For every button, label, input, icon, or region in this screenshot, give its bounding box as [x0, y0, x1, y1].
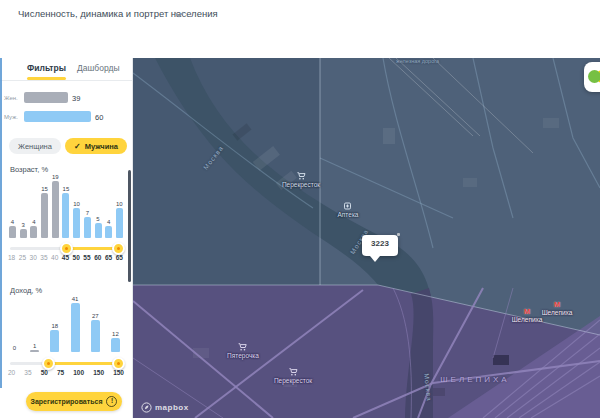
female-filter-button[interactable]: Женщина: [9, 138, 61, 154]
railway-map-label: железная дорога: [396, 58, 439, 64]
info-icon: [106, 396, 117, 407]
poi-marker[interactable]: Перекресток: [274, 368, 312, 384]
chart-bar: 4: [105, 219, 112, 238]
income-chart-title: Доход, %: [10, 286, 42, 295]
income-bar-chart: 0118412712: [10, 300, 120, 352]
pharmacy-icon: [344, 202, 352, 210]
chart-bar: 41: [71, 296, 80, 352]
chart-bar: 7: [84, 210, 91, 238]
poi-marker[interactable]: Пятерочка: [227, 343, 259, 359]
male-filter-button[interactable]: Мужчина: [65, 138, 127, 154]
sidebar-scrollbar[interactable]: [128, 170, 131, 282]
filters-sidebar: Фильтры Дашборды Жен.39Муж.60 Женщина Му…: [0, 58, 133, 418]
sidebar-tabs: Фильтры Дашборды: [0, 58, 132, 81]
chart-bar: 3: [20, 222, 27, 238]
axis-tick: 65: [116, 254, 123, 261]
logo-green-circle-icon: [588, 70, 600, 83]
chart-bar: 15: [62, 186, 69, 238]
axis-tick: 45: [62, 254, 69, 261]
income-axis-ticks: 20355075100150150: [8, 369, 124, 376]
check-icon: [74, 142, 81, 151]
mapbox-attribution[interactable]: mapbox: [141, 402, 189, 413]
chart-bar: 18: [50, 323, 59, 352]
age-bar-chart: 4341519151075410: [9, 178, 123, 238]
tab-dashboards[interactable]: Дашборды: [77, 58, 120, 80]
cart-icon: [238, 343, 247, 351]
axis-tick: 25: [19, 254, 26, 261]
axis-tick: 35: [40, 254, 47, 261]
gender-bar-value: 60: [95, 113, 103, 122]
axis-tick: 150: [113, 369, 124, 376]
chart-bar: 27: [91, 313, 100, 352]
axis-tick: 50: [73, 254, 80, 261]
district-name-label: ШЕЛЕПИХА: [440, 375, 509, 384]
slider-active-range: [48, 362, 118, 365]
axis-tick: 40: [51, 254, 58, 261]
app-window: Численность, динамика и портрет населени…: [0, 0, 600, 418]
chart-bar: 4: [30, 219, 37, 238]
popup-badge-dot: [397, 233, 400, 236]
map-canvas[interactable]: железная дорога Москва Москва Москва Пер…: [133, 58, 600, 418]
chart-bar: 12: [111, 331, 120, 352]
gender-row-label: Жен.: [4, 95, 18, 101]
axis-tick: 35: [24, 369, 31, 376]
chart-bar: 4: [9, 219, 16, 238]
axis-tick: 20: [8, 369, 15, 376]
metro-icon: [524, 308, 530, 316]
axis-tick: 55: [83, 254, 90, 261]
gender-row: Жен.39: [0, 92, 133, 104]
metro-icon: [554, 301, 560, 309]
chart-bar: 10: [116, 201, 123, 238]
axis-tick: 150: [93, 369, 104, 376]
map-layers-button[interactable]: [584, 62, 600, 92]
slider-active-range: [66, 247, 118, 250]
chart-bar: 5: [95, 216, 102, 238]
metro-station-marker[interactable]: Шелепиха: [542, 301, 573, 316]
panel-edge-highlight: [0, 58, 2, 388]
axis-tick: 50: [41, 369, 48, 376]
poi-marker[interactable]: Аптека: [338, 202, 359, 218]
chart-bar: 0: [10, 345, 19, 352]
map-toolbar: [0, 28, 600, 59]
axis-tick: 18: [8, 254, 15, 261]
layer-select-dropdown[interactable]: Численность, динамика и портрет населени…: [18, 0, 218, 28]
chevron-down-icon: [174, 11, 184, 18]
cart-icon: [289, 368, 298, 376]
register-button[interactable]: Зарегистрироваться: [26, 392, 122, 411]
chart-bar: 10: [73, 201, 80, 238]
age-chart-title: Возраст, %: [10, 165, 48, 174]
top-bar: Численность, динамика и портрет населени…: [0, 0, 600, 29]
tab-filters[interactable]: Фильтры: [27, 58, 66, 80]
gender-bar: [24, 92, 68, 103]
axis-tick: 65: [105, 254, 112, 261]
cart-icon: [297, 172, 306, 180]
chart-bar: 1: [30, 343, 39, 352]
metro-station-marker[interactable]: Шелепиха: [512, 308, 543, 323]
axis-tick: 30: [30, 254, 37, 261]
map-value-popup[interactable]: 3223: [362, 235, 398, 256]
gender-row-label: Муж.: [4, 114, 18, 120]
axis-tick: 100: [73, 369, 84, 376]
poi-marker[interactable]: Перекресток: [282, 172, 320, 188]
axis-tick: 75: [57, 369, 64, 376]
chart-bar: 19: [52, 174, 59, 238]
gender-bar: [24, 111, 91, 122]
chart-bar: 15: [41, 186, 48, 238]
mapbox-logo-icon: [141, 402, 152, 413]
axis-tick: 60: [94, 254, 101, 261]
gender-row: Муж.60: [0, 111, 133, 123]
age-axis-ticks: 1825303540455055606565: [8, 254, 123, 261]
gender-bar-value: 39: [72, 94, 80, 103]
